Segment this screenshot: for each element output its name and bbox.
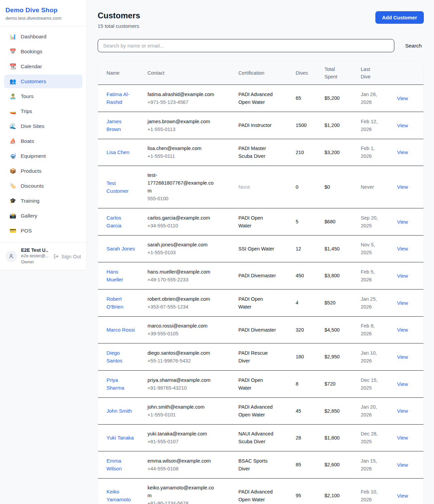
search-bar: Search: [98, 39, 424, 52]
sidebar-item-customers[interactable]: 👥 Customers: [4, 75, 82, 88]
customer-phone: +34-555-0110: [147, 222, 215, 230]
customer-total-spent: $4,500: [324, 317, 361, 343]
table-row: Sarah Jones sarah.jones@example.com +1-5…: [98, 236, 423, 262]
sidebar-item-products[interactable]: 📦 Products: [4, 164, 82, 178]
customer-phone: +971-55-123-4567: [147, 98, 215, 106]
customer-total-spent: $2,600: [324, 451, 361, 479]
customer-name-link[interactable]: Sarah Jones: [106, 245, 135, 253]
customer-name-link[interactable]: Yuki Tanaka: [106, 434, 134, 442]
customer-name-link[interactable]: Keiko Yamamoto: [106, 488, 136, 503]
customer-name-link[interactable]: Test Customer: [106, 179, 136, 195]
view-link[interactable]: View: [397, 219, 408, 225]
customer-total-spent: $680: [324, 208, 361, 236]
customer-name-link[interactable]: Emma Wilson: [106, 457, 136, 472]
sidebar-item-discounts[interactable]: 🏷️ Discounts: [4, 179, 82, 193]
customer-name-link[interactable]: Lisa Chen: [106, 148, 130, 156]
view-link[interactable]: View: [397, 435, 408, 441]
table-row: John Smith john.smith@example.com +1-555…: [98, 398, 423, 425]
customer-name-link[interactable]: Priya Sharma: [106, 376, 136, 392]
customer-name-link[interactable]: Hans Mueller: [106, 268, 136, 283]
customer-total-spent: $1,800: [324, 425, 361, 451]
view-link[interactable]: View: [397, 493, 408, 499]
customer-last-dive: Dec 28, 2025: [361, 425, 397, 451]
customer-dives: 210: [296, 139, 324, 166]
customer-dives: 180: [296, 343, 324, 371]
column-header-last-dive: Last Dive: [361, 61, 397, 85]
view-link[interactable]: View: [397, 273, 408, 279]
customer-dives: 95: [296, 479, 324, 504]
customer-name-link[interactable]: Carlos Garcia: [106, 214, 136, 229]
customer-last-dive: Jan 20, 2026: [361, 398, 397, 425]
calendar-icon: 📅: [9, 49, 16, 54]
package-icon: 📦: [9, 168, 16, 174]
table-row: Diego Santos diego.santos@example.com +5…: [98, 343, 423, 371]
sidebar-item-dashboard[interactable]: 📊 Dashboard: [4, 30, 82, 43]
user-meta: E2E Test U... e2e-tester@... Owner: [21, 247, 48, 265]
user-email: e2e-tester@...: [21, 253, 48, 259]
sidebar-item-label: Equipment: [21, 153, 46, 159]
sidebar-item-label: Calendar: [21, 63, 42, 70]
customer-dives: 8: [296, 371, 324, 398]
customer-last-dive: Never: [361, 166, 397, 208]
customer-email: keiko.yamamoto@example.com: [147, 484, 215, 500]
customer-email: test-1772681807767@example.com: [147, 171, 215, 195]
customer-certification: PADI Open Water: [238, 371, 296, 398]
customer-email: hans.mueller@example.com: [147, 268, 215, 276]
customer-name-link[interactable]: Marco Rossi: [106, 326, 135, 334]
customer-total-spent: $0: [324, 166, 361, 208]
search-button[interactable]: Search: [403, 43, 424, 49]
view-link[interactable]: View: [397, 381, 408, 387]
customer-email: yuki.tanaka@example.com: [147, 430, 215, 438]
sidebar-item-calendar[interactable]: 📆 Calendar: [4, 60, 82, 73]
customer-name-link[interactable]: Diego Santos: [106, 349, 136, 365]
sidebar-item-equipment[interactable]: 🤿 Equipment: [4, 149, 82, 163]
table-row: Carlos Garcia carlos.garcia@example.com …: [98, 208, 423, 236]
customer-name-link[interactable]: John Smith: [106, 407, 132, 415]
view-link[interactable]: View: [397, 462, 408, 468]
sign-out-button[interactable]: Sign Out: [53, 254, 81, 259]
customer-phone: +1-555-0103: [147, 249, 215, 257]
tag-icon: 🏷️: [9, 183, 16, 189]
sidebar-item-trips[interactable]: 🚤 Trips: [4, 105, 82, 118]
customer-phone: 555-0100: [147, 195, 215, 203]
view-link[interactable]: View: [397, 300, 408, 306]
table-row: Keiko Yamamoto keiko.yamamoto@example.co…: [98, 479, 423, 504]
customer-dives: 12: [296, 236, 324, 262]
view-link[interactable]: View: [397, 149, 408, 155]
view-link[interactable]: View: [397, 184, 408, 190]
customer-certification: SSI Open Water: [238, 236, 296, 262]
customer-dives: 4: [296, 290, 324, 317]
sidebar-item-dive-sites[interactable]: 🌊 Dive Sites: [4, 119, 82, 133]
sidebar-item-boats[interactable]: ⛵ Boats: [4, 134, 82, 148]
page-header: Customers 15 total customers Add Custome…: [98, 11, 424, 29]
sidebar-item-label: Trips: [21, 108, 32, 114]
sidebar-item-bookings[interactable]: 📅 Bookings: [4, 45, 82, 58]
customer-certification: PADI Instructor: [238, 112, 296, 139]
customer-name-link[interactable]: Robert O'Brien: [106, 295, 136, 311]
sidebar-item-pos[interactable]: 💳 POS: [4, 224, 82, 238]
people-icon: 👥: [9, 79, 16, 84]
page-title: Customers: [98, 11, 140, 20]
customers-table: Name Contact Certification Dives Total S…: [98, 61, 423, 504]
view-link[interactable]: View: [397, 354, 408, 360]
user-role: Owner: [21, 259, 48, 265]
add-customer-button[interactable]: Add Customer: [375, 11, 424, 24]
customer-name-link[interactable]: James Brown: [106, 117, 136, 133]
view-link[interactable]: View: [397, 327, 408, 333]
sidebar-item-gallery[interactable]: 📸 Gallery: [4, 209, 82, 223]
search-input[interactable]: [98, 39, 394, 52]
view-link[interactable]: View: [397, 246, 408, 251]
view-link[interactable]: View: [397, 95, 408, 101]
view-link[interactable]: View: [397, 408, 408, 414]
customer-email: marco.rossi@example.com: [147, 322, 215, 330]
sidebar-item-training[interactable]: 🎓 Training: [4, 194, 82, 208]
table-row: Marco Rossi marco.rossi@example.com +39-…: [98, 317, 423, 343]
customer-name-link[interactable]: Fatima Al-Rashid: [106, 90, 136, 106]
sidebar-item-tours[interactable]: 🏝️ Tours: [4, 90, 82, 103]
customer-last-dive: Dec 15, 2025: [361, 371, 397, 398]
view-link[interactable]: View: [397, 123, 408, 128]
customer-dives: 1500: [296, 112, 324, 139]
customer-certification: None: [238, 166, 296, 208]
customer-total-spent: $5,200: [324, 85, 361, 112]
customer-certification: PADI Divemaster: [238, 317, 296, 343]
